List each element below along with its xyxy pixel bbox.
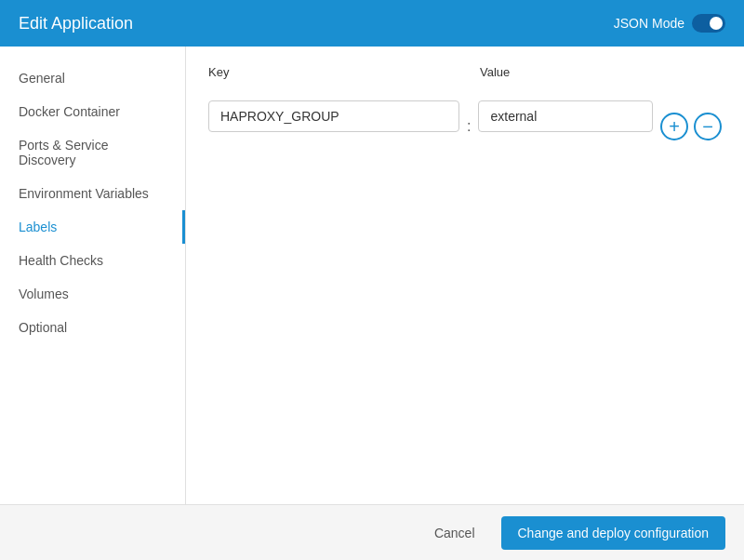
json-mode-toggle[interactable] — [692, 14, 725, 33]
sidebar-item-labels[interactable]: Labels — [0, 210, 185, 244]
sidebar-item-docker-container[interactable]: Docker Container — [0, 95, 185, 128]
json-mode-container: JSON Mode — [614, 14, 725, 33]
colon-separator: : — [467, 118, 471, 135]
key-column-header: Key — [208, 65, 459, 79]
sidebar-item-health-checks[interactable]: Health Checks — [0, 244, 185, 277]
modal-title: Edit Application — [19, 14, 133, 33]
action-buttons: + − — [660, 113, 722, 140]
labels-header: Key Value — [208, 65, 722, 85]
label-field-row: : + − — [208, 92, 722, 140]
content-area: Key Value : + − — [186, 47, 744, 504]
minus-icon: − — [702, 117, 713, 136]
cancel-button[interactable]: Cancel — [419, 518, 490, 548]
add-label-button[interactable]: + — [660, 113, 688, 140]
sidebar: General Docker Container Ports & Service… — [0, 47, 186, 504]
remove-label-button[interactable]: − — [694, 113, 722, 140]
sidebar-item-volumes[interactable]: Volumes — [0, 277, 185, 311]
deploy-button[interactable]: Change and deploy configuration — [501, 516, 726, 550]
modal: Edit Application JSON Mode General Docke… — [0, 0, 744, 560]
sidebar-item-optional[interactable]: Optional — [0, 311, 185, 344]
sidebar-item-ports-service-discovery[interactable]: Ports & Service Discovery — [0, 128, 185, 177]
modal-body: General Docker Container Ports & Service… — [0, 47, 744, 504]
modal-header: Edit Application JSON Mode — [0, 0, 744, 47]
key-field-group — [208, 100, 459, 132]
json-mode-label: JSON Mode — [614, 16, 684, 31]
key-input[interactable] — [208, 100, 459, 132]
modal-footer: Cancel Change and deploy configuration — [0, 504, 744, 560]
plus-icon: + — [669, 117, 680, 136]
value-field-group — [478, 100, 653, 132]
sidebar-item-environment-variables[interactable]: Environment Variables — [0, 177, 185, 210]
sidebar-item-general[interactable]: General — [0, 61, 185, 95]
value-column-header: Value — [480, 65, 510, 79]
value-input[interactable] — [478, 100, 653, 132]
